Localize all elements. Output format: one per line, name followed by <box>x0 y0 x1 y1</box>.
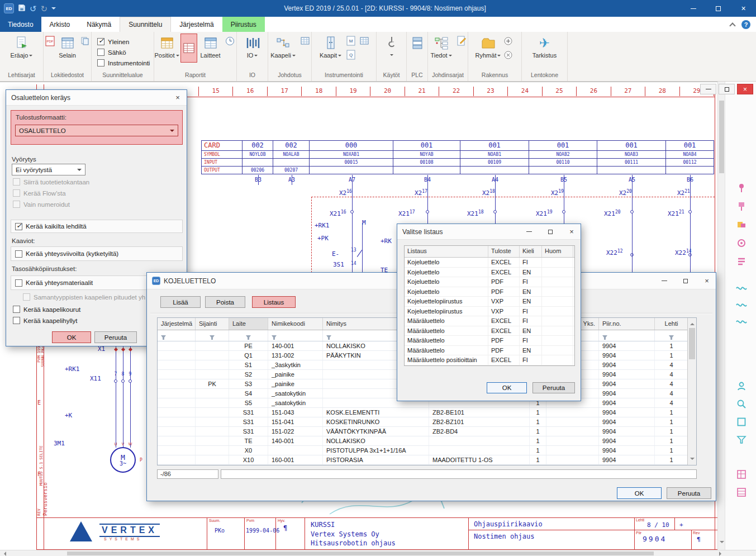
tab-tiedosto[interactable]: Tiedosto <box>0 17 41 32</box>
pdf-log-button[interactable]: PDF <box>44 35 56 47</box>
dialog-close-button[interactable]: × <box>563 226 581 238</box>
tarkistus-button[interactable]: ✈ Tarkistus <box>527 34 562 59</box>
checkbox-samantyyppisten[interactable]: Samantyyppisten kaapelien pituudet yh <box>23 293 145 301</box>
tab-nakyma[interactable]: Näkymä <box>78 17 120 32</box>
tag-tool-button[interactable] <box>735 218 748 231</box>
format-combobox[interactable]: OSALUETTELO <box>15 125 178 136</box>
checkbox-yleinen[interactable]: Yleinen <box>97 38 129 45</box>
checkbox-siirra-tuotetietokantaan[interactable]: Siirrä tuotetietokantaan <box>13 178 89 186</box>
eraajo-button[interactable]: Eräajo <box>7 34 37 59</box>
minimize-button[interactable] <box>681 0 706 17</box>
dialog-title-bar[interactable]: Valitse listaus × <box>397 224 581 240</box>
dialog-close-button[interactable]: × <box>698 275 716 287</box>
tab-jarjestelma[interactable]: Järjestelmä <box>171 17 222 32</box>
tab-piirustus[interactable]: Piirustus <box>222 17 265 32</box>
vertical-scrollbar[interactable] <box>717 82 725 550</box>
horizontal-scrollbar[interactable] <box>0 550 756 556</box>
dialog-maximize-button[interactable] <box>541 226 559 238</box>
dialog-maximize-button[interactable] <box>677 275 695 287</box>
table-row[interactable]: S31151-043 KOSK.ELEMENTTIZB2-BE101 1 990… <box>158 408 688 417</box>
tiedot-button[interactable]: Tiedot <box>428 34 454 59</box>
table-row[interactable]: TE140-001 NOLLAKISKO 1 99041 <box>158 436 688 446</box>
wave-tool-button-3[interactable] <box>735 316 748 328</box>
pin-tool-button[interactable] <box>735 182 748 194</box>
column-filter[interactable] <box>158 330 196 341</box>
edit-doc-button[interactable] <box>455 35 468 47</box>
dialog-minimize-button[interactable] <box>520 226 538 238</box>
kaapit-button[interactable]: Kaapit <box>318 34 344 59</box>
grid-tool-button-1[interactable] <box>735 468 748 481</box>
table-row[interactable]: KojeluettelopiirustusVXP FI <box>405 307 574 317</box>
table-row[interactable]: S31151-041 KOSKETINRUNKOZB2-BZ101 1 9904… <box>158 417 688 427</box>
vertical-scrollbar-thumb[interactable] <box>719 101 724 173</box>
poista-button[interactable]: Poista <box>205 296 245 308</box>
column-header[interactable]: Sijainti <box>196 318 229 330</box>
lisaa-button[interactable]: Lisää <box>160 296 201 308</box>
column-filter[interactable] <box>196 330 229 341</box>
column-header[interactable]: Nimikekoodi <box>268 318 323 330</box>
filter-tool-button[interactable] <box>735 434 748 446</box>
table-scrollbar-thumb[interactable] <box>689 328 695 359</box>
redo-button[interactable]: ↻ <box>41 4 48 13</box>
listaus-button[interactable]: Listaus <box>252 296 296 308</box>
remove-group-button[interactable] <box>502 49 515 61</box>
mdi-minimize-button[interactable] <box>700 84 716 94</box>
tab-suunnittelu[interactable]: Suunnittelu <box>120 17 171 32</box>
wave-tool-button-2[interactable] <box>735 299 748 311</box>
column-header[interactable]: Järjestelmä <box>158 318 196 330</box>
table-row[interactable]: KojeluetteloPDF FI <box>405 277 574 287</box>
tab-arkisto[interactable]: Arkisto <box>41 17 79 32</box>
mdi-restore-button[interactable] <box>719 84 735 94</box>
cancel-button[interactable]: Peruuta <box>667 487 711 499</box>
column-filter[interactable] <box>599 330 655 341</box>
measure-doc-button[interactable]: M <box>345 35 357 47</box>
pin-alt-tool-button[interactable] <box>735 200 748 212</box>
checkbox-keraa-kaapelikourut[interactable]: Kerää kaapelikourut <box>13 306 80 313</box>
column-filter[interactable] <box>268 330 323 341</box>
horizontal-scrollbar-thumb[interactable] <box>67 552 654 555</box>
parts-list-active-button[interactable] <box>180 34 197 63</box>
column-header[interactable]: Listaus <box>405 246 488 257</box>
column-filter[interactable] <box>655 330 688 341</box>
maximize-button[interactable] <box>706 0 731 17</box>
vyorytys-combobox[interactable]: Ei vyörytystä <box>12 164 85 175</box>
table-row[interactable]: X10160-001 PISTORASIAMAADOITETTU 1-OS 1 … <box>158 455 688 465</box>
column-filter[interactable] <box>229 330 268 341</box>
selain-button[interactable]: Selain <box>57 34 78 59</box>
table-row[interactable]: MääräluetteloPDF EN <box>405 346 574 356</box>
table-row[interactable]: MääräluetteloEXCEL FI <box>405 316 574 326</box>
ok-button[interactable]: OK <box>617 487 662 499</box>
plc-button[interactable] <box>411 37 424 49</box>
qat-customize-button[interactable] <box>51 7 56 12</box>
table-row[interactable]: X0 PISTOTULPPA 3x1+1+1/16A 1 99041 <box>158 446 688 455</box>
checkbox-keraa-kaikilta-lehdilta[interactable]: Kerää kaikilta lehdiltä <box>15 223 87 230</box>
table-row[interactable]: KojeluetteloEXCEL FI <box>405 258 574 268</box>
laitteet-button[interactable]: Laitteet <box>198 34 223 59</box>
wave-tool-button-1[interactable] <box>735 282 748 294</box>
copy-log-button[interactable] <box>79 35 91 47</box>
zoom-tool-button[interactable] <box>735 398 748 410</box>
wiring-table-button[interactable] <box>299 35 311 47</box>
user-tool-button[interactable] <box>735 380 748 392</box>
checkbox-instrumentointi[interactable]: Instrumentointi <box>97 59 150 66</box>
save-button[interactable] <box>18 4 26 13</box>
stamp-tool-button[interactable] <box>735 237 748 249</box>
ribbon-collapse-button[interactable] <box>730 21 735 28</box>
table-scrollbar[interactable] <box>687 318 696 465</box>
table-row[interactable]: KojeluetteloEXCEL EN <box>405 268 574 278</box>
kaapeli-button[interactable]: Kaapeli <box>268 34 298 59</box>
grid-tool-button-2[interactable] <box>735 486 748 498</box>
help-button[interactable]: ? <box>741 20 750 29</box>
positiot-button[interactable]: Positiot <box>155 34 179 59</box>
table-row[interactable]: MääräluetteloEXCEL EN <box>405 326 574 336</box>
column-header[interactable]: Kieli <box>520 246 542 257</box>
column-header[interactable]: Huom <box>542 246 573 257</box>
close-button[interactable]: × <box>731 0 756 17</box>
column-header[interactable]: Laite <box>229 318 268 330</box>
checkbox-vain-numeroidut[interactable]: Vain numeroidut <box>13 201 70 208</box>
checkbox-keraa-yhteysviivoilta[interactable]: Kerää yhteysviivoilta (kytketyiltä) <box>15 250 118 258</box>
dialog-title-bar[interactable]: Osaluettelon keräys × <box>6 90 187 106</box>
instrument-grid-button[interactable] <box>358 35 370 47</box>
dialog-close-button[interactable]: × <box>169 92 187 104</box>
table-row[interactable]: KojeluettelopiirustusVXP EN <box>405 297 574 307</box>
